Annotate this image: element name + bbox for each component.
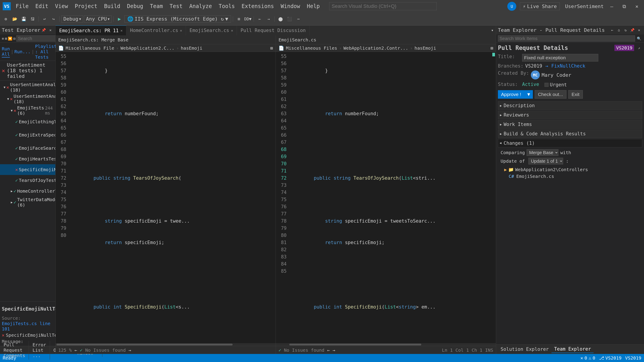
solution-explorer-tab[interactable]: Solution Explorer xyxy=(498,346,552,353)
pr-section-changes-header[interactable]: ▼ Changes (1) xyxy=(498,139,642,148)
exit-button[interactable]: Exit xyxy=(568,90,583,99)
pr-section-work-items-header[interactable]: ▶ Work Items xyxy=(498,120,642,129)
menu-tools[interactable]: Tools xyxy=(216,2,238,10)
test-explorer-close-button[interactable]: ✕ xyxy=(47,27,54,33)
playlist-filter[interactable]: Playlist : All Tests xyxy=(35,44,56,60)
work-items-search-input[interactable] xyxy=(498,35,635,42)
cpu-config-dropdown[interactable]: Any CPU ▼ xyxy=(84,15,112,23)
te-back-btn[interactable]: ← xyxy=(609,27,615,33)
menu-project[interactable]: Project xyxy=(72,2,100,10)
title-search-input[interactable] xyxy=(329,2,437,10)
error-source-link[interactable]: EmojiTests.cs line 101 xyxy=(2,321,50,332)
test-node-t2[interactable]: ✓ EmojiExtraSpecial... < 1 ms xyxy=(0,127,55,143)
tab-close-icon[interactable]: ✕ xyxy=(180,28,182,33)
test-node-twitter[interactable]: ▶ ✓ TwitterDataModel... (6) 1 ms xyxy=(0,196,55,208)
menu-extensions[interactable]: Extensions xyxy=(238,2,277,10)
toolbar-more-btn[interactable]: ⋯ xyxy=(294,15,302,23)
menu-team[interactable]: Team xyxy=(147,2,166,10)
minimize-button[interactable]: — xyxy=(607,2,616,10)
right-nav-next[interactable]: → xyxy=(332,348,335,353)
approve-button[interactable]: Approve ! xyxy=(498,90,524,99)
tab-pull-request-discussion[interactable]: Pull Request Discussion xyxy=(237,25,310,35)
breadcrumb-web[interactable]: WebApplication2.C... xyxy=(120,45,174,51)
pr-folder-item[interactable]: ▶ 📁 WebApplication2\Controllers xyxy=(503,166,640,173)
test-node-t6[interactable]: ✓ TearsOfJoyTest 10 ms xyxy=(0,175,55,186)
breadcrumb-misc-files[interactable]: Miscellaneous Files xyxy=(286,45,337,51)
run-button[interactable]: ▶ xyxy=(116,15,124,23)
diff-right-expand[interactable]: ⊞ xyxy=(490,45,493,51)
pr-file-item[interactable]: C# EmojiSearch.cs xyxy=(503,173,640,180)
menu-analyze[interactable]: Analyze xyxy=(186,2,215,10)
run-filter-dropdown[interactable]: Run... xyxy=(14,49,30,54)
toolbar-step-btn[interactable]: ⬛ xyxy=(286,15,294,23)
toolbar-grid-btn[interactable]: ⊞ xyxy=(235,15,243,23)
debug-config-dropdown[interactable]: Debug ▼ xyxy=(62,15,83,23)
pr-section-reviewers-header[interactable]: ▶ Reviewers xyxy=(498,111,642,119)
breadcrumb-hasemoji[interactable]: hasEmoji xyxy=(181,45,202,51)
iis-express-dropdown[interactable]: 🌐 IIS Express (Microsoft Edge) ↻ ▼ xyxy=(124,15,231,23)
left-scrollbar[interactable] xyxy=(56,343,276,346)
update-select[interactable]: Update 1 of 1 xyxy=(528,158,563,165)
left-code-content[interactable]: } return numberFound; public string Tear… xyxy=(69,52,276,343)
te-close-btn[interactable]: ✕ xyxy=(636,27,642,33)
right-scrollbar[interactable] xyxy=(276,343,496,346)
test-node-t1[interactable]: ✓ EmojiClothingTest 1 ms xyxy=(0,116,55,127)
test-node-root[interactable]: ▼ ✕ UserSentimentAnalysis... (18) 1 sec xyxy=(0,81,55,93)
test-group-btn[interactable]: ⊟ xyxy=(13,35,16,42)
test-node-emoji[interactable]: ▼ ✕ EmojiTests (6) 244 ms xyxy=(0,105,55,116)
toolbar-forward-btn[interactable]: → xyxy=(265,15,273,23)
save-button[interactable]: 💾 xyxy=(20,15,28,23)
urgent-checkbox[interactable] xyxy=(544,83,548,87)
menu-help[interactable]: Help xyxy=(304,2,323,10)
error-list-tab[interactable]: Error List ... xyxy=(29,341,50,360)
breadcrumb-misc[interactable]: Miscellaneous File xyxy=(66,45,114,51)
te-pin-btn[interactable]: 📌 xyxy=(629,27,636,33)
test-node-home[interactable]: ▶ ✓ HomeControllerTe... 1 sec xyxy=(0,186,55,196)
test-node-t4[interactable]: ✓ EmojiHeartsTest 1 ms xyxy=(0,154,55,164)
tab-emojisearch-pr[interactable]: EmojiSearch.cs: PR 11 ✕ xyxy=(56,25,126,35)
test-list-view-btn[interactable]: ≡ xyxy=(2,35,4,42)
te-refresh-btn[interactable]: ↻ xyxy=(622,27,629,33)
test-hierarchy-view-btn[interactable]: ⊞ xyxy=(5,35,7,42)
test-node-anal1[interactable]: ▼ ✕ UserSentimentAnal... (18) 1 sec xyxy=(0,93,55,105)
tab-close-icon[interactable]: ✕ xyxy=(120,28,123,33)
live-share-button[interactable]: ⚡ Live Share xyxy=(520,2,560,10)
diff-left-expand[interactable]: ⊞ xyxy=(270,45,273,51)
team-explorer-tab[interactable]: Team Explorer xyxy=(552,346,594,353)
test-node-t3[interactable]: ✓ EmojiFaceSearchTest 77 ms xyxy=(0,143,55,154)
undo-button[interactable]: ↩ xyxy=(40,15,48,23)
tab-homecontroller[interactable]: HomeController.cs ✕ xyxy=(126,25,186,35)
breadcrumb-hasemoji-r[interactable]: hasEmoji xyxy=(414,45,436,51)
tab-overflow-button[interactable]: ▼ xyxy=(489,25,496,35)
test-explorer-pin-button[interactable]: 📌 xyxy=(40,27,47,33)
left-nav-next[interactable]: → xyxy=(128,348,131,353)
restore-button[interactable]: ⧉ xyxy=(620,2,629,10)
checkout-button[interactable]: Check out... xyxy=(535,90,566,99)
tab-close-icon[interactable]: ✕ xyxy=(231,28,233,33)
test-node-t5[interactable]: ✕ SpecificEmojiNullT... 153 ms xyxy=(0,164,55,175)
toolbar-breakpoint-btn[interactable]: ⬤ xyxy=(276,15,284,23)
save-all-button[interactable]: 🖫 xyxy=(29,15,37,23)
right-nav-prev[interactable]: ← xyxy=(327,348,330,353)
merge-base-select[interactable]: Merge Base xyxy=(526,149,558,156)
pr-section-description-header[interactable]: ▶ Description xyxy=(498,101,642,110)
new-project-button[interactable]: ⚙ xyxy=(2,15,10,23)
pr-open-browser-btn[interactable]: ↗ xyxy=(636,45,642,51)
right-code-content[interactable]: } return numberFound; public string Tear… xyxy=(289,52,492,343)
close-button[interactable]: ✕ xyxy=(632,2,641,10)
menu-view[interactable]: View xyxy=(52,2,71,10)
breadcrumb-web-contr[interactable]: WebApplication2.Contr... xyxy=(344,45,408,51)
toolbar-dd-btn[interactable]: DD▼ xyxy=(244,15,252,23)
menu-file[interactable]: File xyxy=(12,2,32,10)
status-errors[interactable]: ✕ 0 ⚠ 0 xyxy=(580,355,595,361)
tab-emojisearch[interactable]: EmojiSearch.cs ✕ xyxy=(186,25,237,35)
toolbar-back-btn[interactable]: ← xyxy=(256,15,264,23)
open-button[interactable]: 📂 xyxy=(11,15,19,23)
test-filter-btn[interactable]: 🔽 xyxy=(8,35,12,42)
menu-window[interactable]: Window xyxy=(278,2,304,10)
approve-dropdown-button[interactable]: ▼ xyxy=(524,90,533,99)
search-work-items-icon[interactable]: 🔍 xyxy=(636,35,642,42)
pr-title-input[interactable] xyxy=(522,54,598,61)
menu-build[interactable]: Build xyxy=(101,2,124,10)
left-nav-prev[interactable]: ← xyxy=(74,348,77,353)
